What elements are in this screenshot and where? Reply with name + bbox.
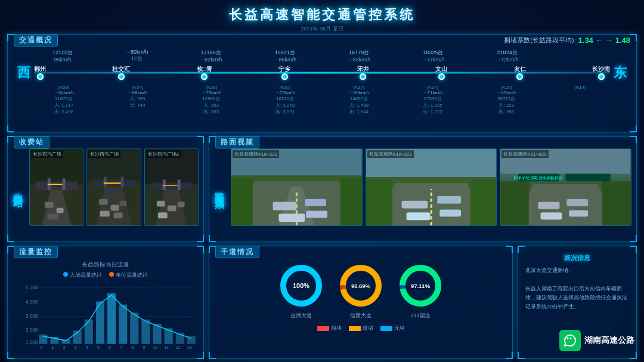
svg-rect-66	[541, 212, 562, 219]
toll-panel: 收费站 收费站 长沙西汽广场	[7, 136, 204, 242]
svg-rect-17	[114, 212, 123, 218]
trunk-legend-2: 无堵	[380, 324, 405, 332]
svg-rect-89	[141, 320, 150, 344]
station-bottom-5: (K24) →71km/h 17598台 入: 1,035 出: 1,222	[396, 85, 470, 115]
svg-rect-40	[305, 199, 326, 206]
station-bottom-7: (K14)	[543, 85, 617, 115]
toll-camera-1: 长沙西汽广场	[86, 148, 141, 226]
station-info-2: 13185台 →62km/h	[174, 49, 248, 63]
toll-cameras-container: 长沙西汽广场	[29, 148, 199, 226]
svg-rect-8	[63, 178, 66, 190]
svg-text:100%: 100%	[293, 282, 309, 289]
svg-rect-26	[167, 206, 176, 212]
trunk-legend-1: 缓堵	[349, 324, 373, 332]
svg-text:2,000: 2,000	[26, 327, 38, 333]
svg-text:7: 7	[120, 345, 122, 350]
west-label: 西	[14, 64, 34, 82]
svg-rect-39	[273, 202, 297, 211]
station-bottom-4: (K27) →90km/h 14657台 入: 1,439 出: 1,844	[322, 85, 396, 115]
toll-camera-0: 长沙西汽广场	[29, 148, 83, 226]
stations-row: 郴州 桂交汇 攸□青	[34, 66, 610, 80]
donut-1: 96.69% 信量大道	[337, 262, 385, 320]
svg-rect-69	[602, 181, 631, 225]
chart-title: 长益路段当日流量	[13, 261, 199, 269]
svg-rect-3	[45, 202, 54, 208]
svg-text:1,000: 1,000	[26, 339, 38, 345]
speed-ratio: 拥堵系数(长益路段平均): 1.34 ← → 1.48	[504, 36, 630, 45]
svg-rect-15	[120, 201, 127, 206]
toll-panel-label: 收费站	[14, 136, 49, 148]
donut-label-1: 信量大道	[350, 312, 371, 320]
svg-text:5,000: 5,000	[26, 284, 38, 290]
svg-rect-16	[100, 211, 110, 216]
station-info-5: 18325台 →77km/h	[396, 49, 470, 63]
svg-rect-41	[279, 214, 305, 222]
station-info-3: 15021台 →86km/h	[248, 49, 322, 63]
svg-rect-61	[566, 174, 611, 181]
svg-rect-84	[85, 320, 93, 344]
svg-text:13: 13	[187, 345, 192, 350]
chart-area: 长益路段当日流量 入场流量统计 单位流量统计 5,000 4,000 3,000…	[13, 261, 199, 353]
svg-text:3,000: 3,000	[26, 314, 38, 319]
svg-rect-42	[306, 211, 327, 218]
svg-rect-27	[177, 202, 184, 208]
svg-rect-14	[111, 205, 119, 211]
wechat-account-name: 湖南高速公路	[584, 335, 634, 346]
trunk-panel-label: 干道情况	[215, 246, 259, 258]
chart-legend: 入场流量统计 单位流量统计	[13, 271, 199, 279]
svg-text:2: 2	[63, 345, 66, 350]
svg-rect-4	[57, 208, 64, 213]
svg-rect-51	[437, 196, 461, 204]
svg-rect-20	[121, 177, 124, 187]
traffic-panel-label: 交通概况	[14, 34, 58, 47]
station-info-1: →80km/h 12台	[100, 49, 174, 63]
toll-camera-label-0: 长沙西汽广场	[31, 150, 63, 158]
traffic-panel: 交通概况 拥堵系数(长益路段平均): 1.34 ← → 1.48 12102台 …	[7, 34, 637, 132]
road-camera-1: 长益高速路K18+222	[366, 148, 497, 226]
svg-rect-87	[119, 305, 127, 344]
svg-rect-31	[177, 180, 180, 190]
donut-label-2: 319国道	[410, 312, 430, 320]
road-camera-0: 长益高速路K18+222	[231, 148, 363, 226]
toll-camera-2: 长沙西汽广场2	[144, 148, 199, 226]
svg-text:96.69%: 96.69%	[351, 283, 371, 289]
road-surface-panel: 路面视频 路面视频 长益高速路K18+222	[209, 136, 637, 242]
donut-row: 100% 金洲大道 96.69% 信量大道	[214, 262, 507, 320]
donut-0: 100% 金洲大道	[277, 262, 325, 320]
donut-2: 97.11% 319国道	[397, 262, 444, 320]
svg-rect-53	[439, 209, 461, 216]
svg-rect-86	[107, 293, 116, 344]
road-camera-label-0: 长益高速路K18+222	[233, 150, 279, 158]
legend-0: 入场流量统计	[63, 271, 102, 279]
road-cameras-container: 长益高速路K18+222	[231, 148, 631, 226]
east-label: 东	[610, 64, 630, 82]
svg-text:8: 8	[131, 345, 134, 350]
svg-rect-54	[366, 180, 392, 225]
toll-camera-label-2: 长沙西汽广场2	[146, 150, 181, 158]
svg-rect-43	[231, 178, 253, 225]
station-info-4: 16779台 →83km/h	[322, 49, 396, 63]
page-title: 长益高速智能交通管控系统	[7, 4, 637, 27]
flow-panel: 流量监控 长益路段当日流量 入场流量统计 单位流量统计 5,000 4,000 …	[7, 246, 204, 359]
station-bottom-6: (K20) →45km/h 20717台 入: 223 出: 285	[470, 85, 544, 115]
svg-rect-25	[157, 201, 165, 207]
svg-text:10: 10	[153, 345, 158, 350]
flow-panel-label: 流量监控	[14, 246, 58, 258]
road-info-text: 北京大道交通拥堵。 长益人湖南工程院出口后方向信内车辆拥堵，建议驾驶人选择其他路…	[523, 266, 631, 311]
station-bottom-1: (K54) →68km/h 入: 593 出: 740	[101, 85, 175, 115]
road-camera-2: 长益高速路K21+820 时代乘胜路段	[500, 148, 631, 226]
station-info-0: 12102台 95km/h	[26, 49, 100, 63]
svg-rect-80	[39, 335, 47, 344]
svg-rect-50	[401, 201, 428, 209]
trunk-legend: 拥堵 缓堵 无堵	[214, 324, 507, 332]
road-surface-panel-label: 路面视频	[215, 136, 259, 148]
svg-text:9: 9	[143, 345, 145, 350]
trunk-panel: 干道情况 100% 金洲大道	[209, 246, 513, 359]
road-surface-side-label: 路面视频	[213, 184, 225, 194]
svg-rect-28	[157, 212, 167, 218]
svg-text:0: 0	[40, 345, 42, 350]
svg-rect-67	[569, 210, 589, 216]
svg-rect-65	[567, 199, 589, 206]
station-bottom-0: (K69) →94km/h 11675台 入: 1,717 出: 2,498	[27, 85, 101, 115]
svg-text:4: 4	[86, 345, 88, 350]
